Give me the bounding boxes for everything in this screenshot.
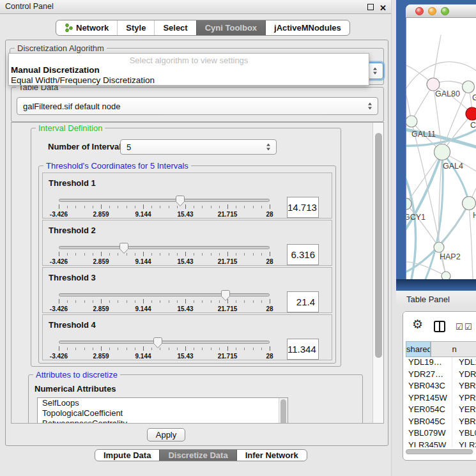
- tick-mark: [219, 300, 220, 303]
- table-row[interactable]: YBR043CYBR0: [403, 381, 476, 393]
- table-row[interactable]: YDR27…YDR2: [403, 369, 476, 381]
- tick-mark: [84, 348, 85, 350]
- tick-mark: [244, 206, 245, 208]
- threshold-value-box[interactable]: 6.316: [287, 244, 319, 265]
- threshold-slider[interactable]: -3.4262.8599.14415.4321.71528: [59, 337, 270, 361]
- svg-text:GAL80: GAL80: [435, 89, 460, 98]
- tab-infer-network[interactable]: Infer Network: [236, 450, 307, 461]
- tick-label: 15.43: [177, 258, 193, 265]
- panel-splitter[interactable]: [391, 0, 396, 476]
- tick-mark: [75, 348, 76, 350]
- settings-scrollbar[interactable]: [372, 123, 383, 423]
- close-icon[interactable]: ✕: [380, 1, 387, 15]
- table-header: shared…n: [403, 341, 476, 357]
- column-header-1[interactable]: shared…: [406, 341, 431, 357]
- attribute-item-betweennesscentrality[interactable]: BetweennessCentrality: [38, 418, 288, 424]
- tick-mark: [59, 299, 59, 303]
- threshold-slider[interactable]: -3.4262.8599.14415.4321.71528: [59, 289, 270, 314]
- minimize-button[interactable]: [428, 7, 436, 15]
- tab-discretize-data[interactable]: Discretize Data: [159, 450, 236, 461]
- network-canvas[interactable]: GAL80GACGAL11GAL4GCY1HHAP2: [406, 18, 476, 279]
- table-panel-title: Table Panel: [406, 295, 450, 304]
- dropdown-option-equal-width-frequency-discretization[interactable]: Equal Width/Frequency Discretization: [11, 75, 367, 85]
- table-row[interactable]: YER054CYER0: [403, 404, 476, 417]
- checkbox-icon[interactable]: ☑: [456, 322, 463, 332]
- tick-label: 21.715: [218, 211, 238, 218]
- tick-label: 15.43: [177, 211, 193, 218]
- tick-mark: [151, 300, 152, 303]
- tick-mark: [151, 206, 152, 208]
- tick-label: -3.426: [50, 211, 68, 218]
- zoom-button[interactable]: [441, 7, 449, 15]
- table-hscrollbar[interactable]: [406, 449, 473, 454]
- attribute-item-selfloops[interactable]: SelfLoops: [38, 398, 288, 408]
- tick-mark: [169, 253, 169, 256]
- tick-mark: [135, 206, 135, 208]
- tick-mark: [143, 204, 144, 209]
- control-panel-titlebar[interactable]: Control Panel ✕: [0, 0, 391, 14]
- scrollbar-thumb[interactable]: [375, 133, 382, 358]
- gear-icon[interactable]: ⚙: [412, 317, 423, 332]
- tick-mark: [185, 204, 186, 209]
- interval-definition-legend: Interval Definition: [36, 123, 105, 133]
- cyni-toolbox-panel: Discretization Algorithm Table Data galF…: [5, 40, 388, 446]
- threshold-value-box[interactable]: 11.344: [287, 339, 319, 360]
- table-row[interactable]: YDL19…YDL1: [403, 357, 476, 369]
- tick-mark: [270, 204, 270, 209]
- tick-mark: [261, 206, 262, 208]
- threshold-slider[interactable]: -3.4262.8599.14415.4321.71528: [59, 195, 270, 219]
- tab-cyni-toolbox[interactable]: Cyni Toolbox: [196, 20, 265, 35]
- slider-track[interactable]: [59, 246, 270, 249]
- tab-jactivemnodules[interactable]: jActiveMNodules: [265, 20, 349, 35]
- tab-style[interactable]: Style: [117, 20, 154, 35]
- thresholds-legend: Threshold's Coordinates for 5 Intervals: [43, 161, 191, 171]
- threshold-panel-threshold-1: Threshold 1-3.4262.8599.14415.4321.71528…: [42, 173, 332, 219]
- scrollbar-thumb[interactable]: [280, 399, 286, 424]
- float-window-icon[interactable]: [367, 4, 374, 10]
- tab-select[interactable]: Select: [154, 20, 196, 35]
- network-window-titlebar[interactable]: [406, 4, 476, 18]
- table-row[interactable]: YLR345WYLR3: [403, 440, 476, 448]
- tick-mark: [253, 300, 254, 303]
- tick-mark: [118, 348, 118, 350]
- tick-mark: [84, 206, 85, 208]
- tab-impute-data[interactable]: Impute Data: [95, 450, 159, 461]
- numerical-attributes-label: Numerical Attributes: [35, 384, 116, 394]
- attributes-list[interactable]: SelfLoopsTopologicalCoefficientBetweenne…: [37, 397, 288, 424]
- table-row[interactable]: YBR045CYBR0: [403, 417, 476, 429]
- tick-mark: [261, 300, 262, 303]
- tick-mark: [93, 253, 93, 256]
- table-data-combobox[interactable]: galFiltered.sif default node: [17, 97, 378, 115]
- slider-track[interactable]: [59, 199, 270, 202]
- tick-mark: [151, 348, 152, 350]
- attributes-legend: Attributes to discretize: [33, 370, 120, 380]
- tick-mark: [127, 348, 127, 350]
- threshold-value-box[interactable]: 14.713: [287, 197, 319, 218]
- attributes-group: Attributes to discretize Numerical Attri…: [28, 374, 363, 424]
- threshold-slider[interactable]: -3.4262.8599.14415.4321.71528: [59, 242, 270, 266]
- table-row[interactable]: YBL079WYBL0: [403, 428, 476, 440]
- tick-mark: [177, 300, 178, 303]
- num-intervals-combobox[interactable]: 5: [120, 139, 277, 155]
- checkbox-icon[interactable]: ☑: [464, 322, 472, 332]
- num-intervals-label: Number of Intervals: [48, 142, 126, 151]
- table-panel-titlebar[interactable]: Table Panel: [396, 291, 476, 309]
- attributes-list-scrollbar[interactable]: [279, 398, 288, 424]
- close-button[interactable]: [415, 7, 424, 15]
- svg-text:GAL4: GAL4: [443, 162, 463, 171]
- attribute-item-topologicalcoefficient[interactable]: TopologicalCoefficient: [38, 408, 288, 418]
- tick-mark: [160, 206, 160, 208]
- slider-track[interactable]: [59, 341, 270, 344]
- slider-track[interactable]: [59, 293, 270, 296]
- apply-button[interactable]: Apply: [147, 428, 185, 441]
- split-columns-icon[interactable]: [434, 321, 445, 332]
- tick-mark: [194, 206, 194, 208]
- scrollbar-thumb[interactable]: [406, 449, 473, 454]
- column-header-2[interactable]: n: [431, 341, 476, 357]
- tick-label: 2.859: [93, 211, 109, 218]
- dropdown-option-manual-discretization[interactable]: Manual Discretization: [11, 65, 367, 75]
- tab-network[interactable]: Network: [56, 20, 117, 35]
- table-row[interactable]: YPR145WYPR1: [403, 393, 476, 405]
- threshold-value-box[interactable]: 21.4: [287, 291, 319, 312]
- svg-text:GAL11: GAL11: [411, 130, 436, 139]
